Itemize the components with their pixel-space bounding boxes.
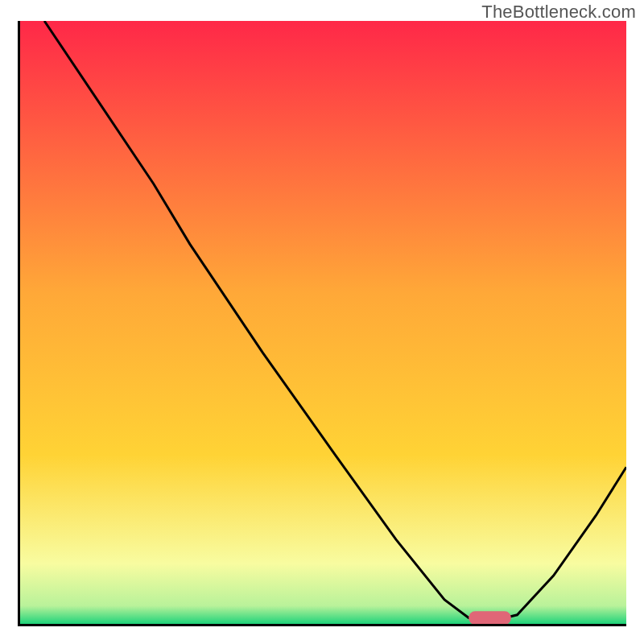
bottleneck-chart	[20, 21, 626, 624]
watermark-text: TheBottleneck.com	[481, 2, 636, 23]
gradient-background	[20, 21, 626, 624]
chart-plot-area	[18, 21, 626, 626]
optimal-zone-marker	[469, 611, 511, 624]
